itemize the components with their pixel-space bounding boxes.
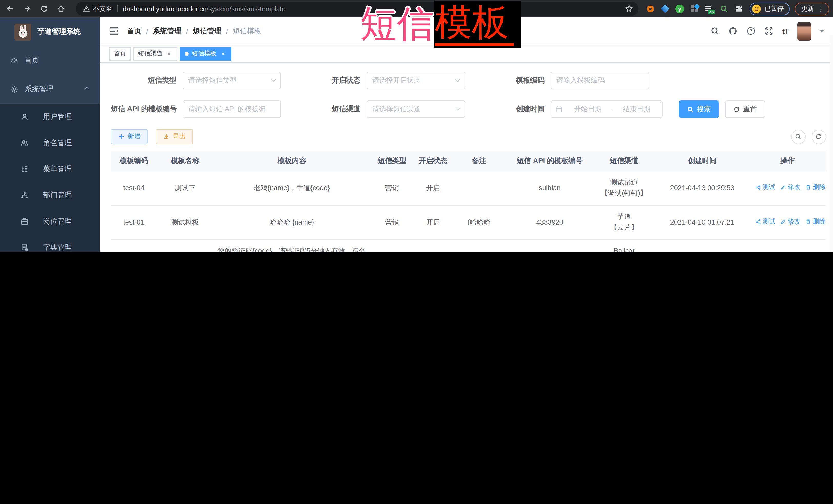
tag-home[interactable]: 首页 — [109, 47, 131, 60]
filter-row-2: 短信 API 的模板编号 请输入短信 API 的模板编 短信渠道 请选择短信渠道… — [111, 100, 826, 118]
tag-sms-template[interactable]: 短信模板 × — [180, 47, 231, 60]
cell-remark — [452, 239, 506, 252]
add-button[interactable]: 新增 — [111, 129, 148, 144]
browser-reload-icon[interactable] — [38, 2, 51, 16]
breadcrumb-home[interactable]: 首页 — [127, 26, 142, 35]
not-secure-warning[interactable]: 不安全 — [83, 4, 112, 13]
sidebar-item-dictionary[interactable]: 字典管理 — [0, 234, 100, 252]
chevron-down-icon — [271, 76, 276, 81]
menu-tree-icon — [21, 165, 29, 173]
test-link[interactable]: 测试 — [755, 251, 775, 252]
test-link[interactable]: 测试 — [755, 182, 775, 193]
page-scrollbar[interactable] — [829, 35, 833, 252]
extension-grid-icon[interactable] — [690, 4, 699, 13]
caption-outlined-text: 短信 — [360, 1, 434, 46]
col-status: 开启状态 — [414, 151, 452, 171]
cell-code: test-04 — [111, 171, 157, 205]
dictionary-book-icon — [21, 243, 29, 251]
search-icon — [795, 133, 802, 140]
bookmark-star-icon[interactable] — [625, 5, 633, 13]
template-code-input[interactable]: 请输入模板编码 — [551, 72, 649, 89]
col-name: 模板名称 — [157, 151, 213, 171]
app-logo-row[interactable]: 芋道管理系统 — [0, 18, 100, 46]
browser-update-button[interactable]: 更新 ⋮ — [794, 2, 829, 15]
delete-link[interactable]: 删除 — [806, 251, 826, 252]
browser-menu-dots-icon[interactable]: ⋮ — [817, 5, 824, 13]
browser-forward-icon[interactable] — [21, 2, 34, 16]
cell-actions: 测试修改删除 — [750, 205, 826, 239]
col-channel: 短信渠道 — [593, 151, 655, 171]
breadcrumb-sms[interactable]: 短信管理 — [193, 26, 221, 35]
sidebar-item-home[interactable]: 首页 — [0, 46, 100, 75]
col-code: 模板编码 — [111, 151, 157, 171]
users-icon — [21, 139, 29, 147]
sidebar-item-users[interactable]: 用户管理 — [0, 103, 100, 130]
fullscreen-icon[interactable] — [764, 26, 774, 35]
extensions-puzzle-icon[interactable] — [734, 4, 743, 13]
sidebar-item-posts[interactable]: 岗位管理 — [0, 208, 100, 234]
filter-api-template-id: 短信 API 的模板编号 请输入短信 API 的模板编 — [111, 100, 281, 118]
date-range-picker[interactable]: 开始日期 - 结束日期 — [551, 100, 663, 118]
profile-status-label: 已暂停 — [765, 4, 784, 13]
toggle-search-button[interactable] — [791, 129, 805, 144]
status-select[interactable]: 请选择开启状态 — [366, 72, 465, 89]
edit-link[interactable]: 修改 — [781, 217, 801, 227]
breadcrumb-current: 短信模板 — [233, 26, 261, 35]
avatar-caret-down-icon[interactable] — [820, 30, 824, 32]
app-title: 芋道管理系统 — [38, 27, 80, 37]
cell-api-id: SMS_207945135 — [506, 239, 593, 252]
github-icon[interactable] — [729, 26, 738, 35]
cell-created: 2021-04-10 01:07:21 — [655, 205, 750, 239]
table-row: test_02 公告通知 您的验证码{code}，该验证码5分钟内有效，请勿泄漏… — [111, 239, 826, 252]
cell-name: 测试模板 — [157, 205, 213, 239]
org-chart-icon — [21, 191, 29, 199]
cell-api-id: 4383920 — [506, 205, 593, 239]
extension-donut-icon[interactable] — [646, 4, 655, 13]
update-label: 更新 — [801, 4, 814, 13]
sidebar-toggle-icon[interactable] — [109, 26, 119, 36]
search-button[interactable]: 搜索 — [679, 100, 719, 118]
reset-button[interactable]: 重置 — [725, 100, 765, 118]
cell-remark — [452, 171, 506, 205]
sidebar-item-roles[interactable]: 角色管理 — [0, 130, 100, 156]
test-link[interactable]: 测试 — [755, 217, 775, 227]
delete-link[interactable]: 删除 — [806, 217, 826, 227]
edit-link[interactable]: 修改 — [781, 182, 801, 193]
filter-template-code: 模板编码 请输入模板编码 — [479, 72, 649, 89]
api-template-id-input[interactable]: 请输入短信 API 的模板编 — [183, 100, 281, 118]
edit-link[interactable]: 修改 — [781, 251, 801, 252]
cell-channel: Ballcat【阿里云】 — [593, 239, 655, 252]
briefcase-icon — [21, 217, 29, 225]
cell-name: 公告通知 — [157, 239, 213, 252]
search-icon — [687, 106, 694, 113]
sidebar-item-system[interactable]: 系统管理 — [0, 75, 100, 103]
export-button[interactable]: 导出 — [156, 129, 193, 144]
col-remark: 备注 — [452, 151, 506, 171]
extension-search-icon[interactable] — [719, 4, 729, 13]
help-icon[interactable] — [746, 26, 756, 35]
browser-profile-chip[interactable]: 已暂停 — [750, 2, 789, 15]
user-avatar[interactable] — [797, 22, 811, 40]
address-bar[interactable]: 不安全 dashboard.yudao.iocoder.cn/system/sm… — [76, 2, 638, 16]
sms-type-select[interactable]: 请选择短信类型 — [183, 72, 281, 89]
delete-link[interactable]: 删除 — [806, 182, 826, 193]
sidebar: 芋道管理系统 首页 系统管理 用户管理 角色管理 — [0, 18, 100, 252]
browser-home-icon[interactable] — [54, 2, 68, 16]
extension-kite-icon[interactable] — [661, 4, 670, 13]
cell-status: 开启 — [414, 171, 452, 205]
close-icon[interactable]: × — [166, 50, 173, 57]
browser-back-icon[interactable] — [4, 2, 17, 16]
sidebar-item-departments[interactable]: 部门管理 — [0, 182, 100, 208]
tag-sms-channel[interactable]: 短信渠道 × — [133, 47, 177, 60]
extension-switch-icon[interactable]: on — [705, 4, 714, 13]
breadcrumb-system[interactable]: 系统管理 — [153, 26, 182, 35]
channel-select[interactable]: 请选择短信渠道 — [366, 100, 465, 118]
refresh-table-button[interactable] — [811, 129, 826, 144]
font-size-icon[interactable]: tT — [782, 27, 788, 35]
sms-template-table: 模板编码 模板名称 模板内容 短信类型 开启状态 备注 短信 API 的模板编号… — [111, 151, 826, 252]
close-icon[interactable]: × — [219, 50, 227, 57]
sidebar-item-menus[interactable]: 菜单管理 — [0, 156, 100, 182]
header-search-icon[interactable] — [710, 26, 720, 35]
extension-yuque-icon[interactable]: y — [675, 4, 684, 13]
trash-icon — [806, 219, 811, 224]
